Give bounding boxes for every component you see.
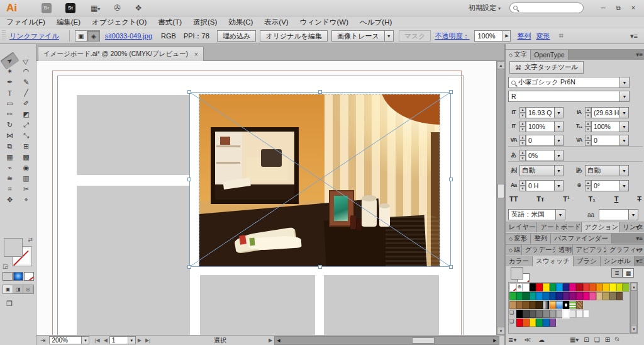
export-icon[interactable]: ⇥ (40, 337, 45, 344)
swatch-1-16[interactable] (616, 292, 623, 300)
menu-item-4[interactable]: 選択(S) (193, 18, 217, 27)
language-dropdown[interactable]: ▼ (556, 209, 565, 220)
baseline-shift-stepper[interactable]: ▲▼ (519, 180, 526, 191)
minimize-button[interactable]: ─ (596, 3, 610, 13)
swatch-2-2[interactable] (523, 301, 530, 309)
aki-left-input[interactable]: 自動 (519, 165, 555, 176)
zoom-dropdown[interactable]: ▼ (82, 336, 89, 344)
restore-button[interactable]: ⧉ (611, 3, 625, 13)
scroll-left-icon[interactable]: ◀ (275, 337, 282, 344)
small-caps-button[interactable]: Tᴛ (536, 195, 544, 203)
delete-swatch-button[interactable]: ⍉ (615, 336, 619, 343)
scale-tool[interactable]: ⤢ (18, 120, 34, 130)
dock-tab-0-1[interactable]: アートボード (537, 222, 581, 232)
swatch-1-12[interactable] (589, 292, 596, 300)
swatch-2-9[interactable] (569, 301, 576, 309)
swatch-0-17[interactable] (623, 283, 630, 291)
column-graph-tool[interactable]: ▥ (18, 173, 34, 184)
screen-mode-button[interactable]: ❐ (6, 300, 13, 308)
scroll-up-icon[interactable]: ▲ (497, 61, 504, 69)
dock-tab-3-3[interactable]: シンボル (601, 256, 635, 266)
swatch-1-15[interactable] (609, 292, 616, 300)
tab-character-0[interactable]: ◇文字 (506, 50, 531, 60)
char-rotation-dropdown[interactable]: ▼ (620, 180, 629, 191)
scroll-right-icon[interactable]: ▶ (491, 337, 499, 344)
eraser-tool[interactable]: ◩ (18, 109, 34, 120)
swatch-scroll-down-icon[interactable]: ▼ (631, 325, 637, 333)
swatch-2-0[interactable] (509, 301, 516, 309)
document-tab[interactable]: イメージボード.ai* @ 200% (CMYK/プレビュー) × (38, 47, 204, 61)
subscript-button[interactable]: T₁ (589, 195, 596, 203)
aki-left-dropdown[interactable]: ▼ (555, 165, 564, 176)
swatch-1-7[interactable] (556, 292, 563, 300)
swatch-3-4[interactable] (536, 310, 543, 318)
antialias-dropdown[interactable]: ▼ (629, 209, 638, 220)
bridge-icon[interactable]: Br (42, 3, 52, 13)
char-rotation-input[interactable]: 0° (591, 180, 620, 191)
menu-item-7[interactable]: ウィンドウ(W) (300, 18, 348, 27)
selection-handle-1[interactable] (318, 90, 322, 94)
pencil-tool[interactable]: ✏ (2, 109, 18, 120)
rectangle-tool[interactable]: ▭ (2, 98, 18, 109)
close-button[interactable]: × (626, 3, 640, 13)
last-artboard-button[interactable]: ▶| (145, 337, 150, 343)
blend-tool[interactable]: ◉ (18, 162, 34, 173)
drawing-mode-0[interactable]: ▣ (3, 285, 13, 293)
width-tool[interactable]: ⋈ (2, 130, 18, 141)
new-color-group-button[interactable]: ❏ (594, 336, 600, 343)
swatch-1-2[interactable] (523, 292, 530, 300)
font-family-value[interactable]: 小塚ゴシック Pr6N (508, 77, 620, 88)
swatch-1-5[interactable] (543, 292, 550, 300)
gradient-tool[interactable]: ▩ (18, 152, 34, 162)
swatch-0-14[interactable] (602, 283, 609, 291)
search-input[interactable] (509, 3, 584, 13)
rotate-tool[interactable]: ↻ (2, 120, 18, 130)
linked-filename[interactable]: sit0033-049.jpg (105, 32, 152, 40)
arrange-documents-button[interactable]: ▦▾ (91, 4, 100, 13)
selected-image-group[interactable] (189, 92, 451, 267)
show-kinds-button[interactable]: ▦▾ (570, 336, 579, 343)
tracking-dropdown[interactable]: ▼ (620, 135, 629, 146)
swatch-4-3[interactable] (530, 319, 536, 327)
font-size-input[interactable]: 16.93 Q (526, 107, 555, 118)
gradient-button[interactable] (13, 272, 23, 281)
dock-tab-3-2[interactable]: ブラシ (574, 256, 601, 266)
font-style-value[interactable]: R (508, 91, 620, 102)
swatch-selected[interactable] (563, 310, 570, 318)
swatch-0-8[interactable] (563, 283, 570, 291)
swatch-2-10[interactable] (576, 301, 583, 309)
control-panel-menu-icon[interactable]: ▾≡ (630, 32, 638, 40)
opacity-input[interactable]: 100% (474, 30, 503, 42)
swatch-scrollbar[interactable]: ▲ ▼ (630, 282, 638, 334)
swatch-0-9[interactable] (569, 283, 576, 291)
swatch-4-5[interactable] (543, 319, 550, 327)
swatch-3-5[interactable] (543, 310, 550, 318)
char-rotation-stepper[interactable]: ▲▼ (585, 180, 591, 191)
swatch-1-11[interactable] (583, 292, 590, 300)
transform-label[interactable]: 変形 (536, 31, 550, 41)
swatch-4-6[interactable] (550, 319, 557, 327)
baseline-shift-input[interactable]: 0 H (526, 180, 555, 191)
magic-wand-tool[interactable]: ✶ (2, 66, 18, 77)
leading-input[interactable]: (29.63 H (591, 107, 620, 118)
mesh-tool[interactable]: ▦ (2, 152, 18, 162)
swatch-0-11[interactable] (583, 283, 590, 291)
link-file-label[interactable]: リンクファイル (9, 31, 59, 41)
swatch-2-4[interactable] (536, 301, 543, 309)
antialias-value[interactable] (599, 209, 629, 220)
image-trace-button[interactable]: 画像トレース (331, 30, 385, 42)
fill-swatch[interactable] (4, 238, 23, 257)
font-style-dropdown[interactable]: ▼ (620, 91, 630, 102)
horizontal-scale-input[interactable]: 100% (591, 121, 620, 132)
swatch-2-1[interactable] (516, 301, 523, 309)
workspace-switcher[interactable]: 初期設定 ▾ (469, 3, 501, 13)
swatch-3-2[interactable] (523, 310, 530, 318)
swatch-0-5[interactable] (543, 283, 550, 291)
dock-tab-2-1[interactable]: グラデーシ (522, 245, 555, 255)
selection-handle-5[interactable] (187, 265, 191, 269)
tab-character-1[interactable]: OpenType (531, 50, 568, 60)
aki-right-input[interactable]: 自動 (585, 165, 620, 176)
swatch-0-10[interactable] (576, 283, 583, 291)
swatch-1-3[interactable] (530, 292, 536, 300)
tsume-input[interactable]: 0% (526, 150, 555, 161)
